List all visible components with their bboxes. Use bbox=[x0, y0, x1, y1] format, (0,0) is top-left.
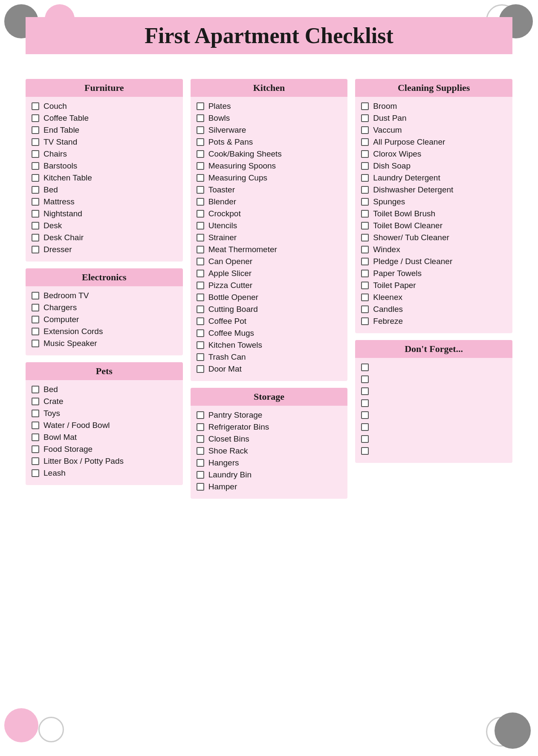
list-item[interactable] bbox=[361, 397, 506, 409]
list-item[interactable]: Music Speaker bbox=[32, 337, 177, 349]
checkbox[interactable] bbox=[197, 210, 204, 218]
list-item[interactable]: Toilet Bowl Cleaner bbox=[361, 220, 506, 232]
checkbox[interactable] bbox=[361, 411, 369, 419]
list-item[interactable] bbox=[361, 409, 506, 421]
checkbox[interactable] bbox=[197, 471, 204, 479]
list-item[interactable]: Door Mat bbox=[197, 363, 342, 375]
checkbox[interactable] bbox=[361, 126, 369, 134]
checkbox[interactable] bbox=[197, 305, 204, 313]
checkbox[interactable] bbox=[32, 126, 39, 134]
list-item[interactable]: Shower/ Tub Cleaner bbox=[361, 232, 506, 244]
list-item[interactable]: Barstools bbox=[32, 160, 177, 172]
checkbox[interactable] bbox=[32, 422, 39, 429]
checkbox[interactable] bbox=[32, 222, 39, 230]
list-item[interactable]: Meat Thermometer bbox=[197, 244, 342, 256]
checkbox[interactable] bbox=[197, 246, 204, 253]
list-item[interactable]: Bowls bbox=[197, 112, 342, 124]
list-item[interactable]: Desk Chair bbox=[32, 232, 177, 244]
checkbox[interactable] bbox=[197, 447, 204, 455]
checkbox[interactable] bbox=[32, 186, 39, 194]
list-item[interactable]: Dresser bbox=[32, 244, 177, 256]
list-item[interactable]: Strainer bbox=[197, 232, 342, 244]
list-item[interactable]: TV Stand bbox=[32, 136, 177, 148]
list-item[interactable]: Pizza Cutter bbox=[197, 279, 342, 291]
checkbox[interactable] bbox=[361, 198, 369, 206]
list-item[interactable]: Toilet Bowl Brush bbox=[361, 208, 506, 220]
checkbox[interactable] bbox=[197, 483, 204, 491]
checkbox[interactable] bbox=[361, 294, 369, 301]
checkbox[interactable] bbox=[32, 114, 39, 122]
list-item[interactable]: All Purpose Cleaner bbox=[361, 136, 506, 148]
checkbox[interactable] bbox=[361, 114, 369, 122]
list-item[interactable]: Bowl Mat bbox=[32, 431, 177, 443]
list-item[interactable]: Measuring Spoons bbox=[197, 160, 342, 172]
checkbox[interactable] bbox=[361, 363, 369, 371]
checkbox[interactable] bbox=[361, 305, 369, 313]
list-item[interactable]: Can Opener bbox=[197, 256, 342, 268]
list-item[interactable]: Chargers bbox=[32, 302, 177, 314]
list-item[interactable]: Kitchen Table bbox=[32, 172, 177, 184]
checkbox[interactable] bbox=[197, 150, 204, 158]
list-item[interactable]: End Table bbox=[32, 124, 177, 136]
checkbox[interactable] bbox=[361, 399, 369, 407]
checkbox[interactable] bbox=[361, 222, 369, 230]
checkbox[interactable] bbox=[32, 138, 39, 146]
checkbox[interactable] bbox=[32, 316, 39, 323]
checkbox[interactable] bbox=[32, 328, 39, 335]
checkbox[interactable] bbox=[32, 198, 39, 206]
list-item[interactable]: Closet Bins bbox=[197, 433, 342, 445]
list-item[interactable]: Desk bbox=[32, 220, 177, 232]
list-item[interactable]: Nightstand bbox=[32, 208, 177, 220]
list-item[interactable]: Laundry Detergent bbox=[361, 172, 506, 184]
list-item[interactable]: Spunges bbox=[361, 196, 506, 208]
list-item[interactable]: Water / Food Bowl bbox=[32, 419, 177, 431]
checkbox[interactable] bbox=[361, 282, 369, 289]
list-item[interactable]: Toilet Paper bbox=[361, 279, 506, 291]
checkbox[interactable] bbox=[197, 353, 204, 361]
checkbox[interactable] bbox=[197, 329, 204, 337]
list-item[interactable]: Bedroom TV bbox=[32, 290, 177, 302]
list-item[interactable]: Coffee Pot bbox=[197, 315, 342, 327]
list-item[interactable]: Broom bbox=[361, 100, 506, 112]
checkbox[interactable] bbox=[197, 198, 204, 206]
checkbox[interactable] bbox=[32, 210, 39, 218]
checkbox[interactable] bbox=[361, 234, 369, 241]
checkbox[interactable] bbox=[32, 234, 39, 241]
checkbox[interactable] bbox=[361, 423, 369, 431]
checkbox[interactable] bbox=[197, 435, 204, 443]
list-item[interactable]: Vaccum bbox=[361, 124, 506, 136]
checkbox[interactable] bbox=[197, 138, 204, 146]
list-item[interactable]: Plates bbox=[197, 100, 342, 112]
list-item[interactable] bbox=[361, 373, 506, 385]
checkbox[interactable] bbox=[197, 317, 204, 325]
list-item[interactable]: Couch bbox=[32, 100, 177, 112]
list-item[interactable]: Litter Box / Potty Pads bbox=[32, 455, 177, 467]
checkbox[interactable] bbox=[32, 433, 39, 441]
list-item[interactable]: Pots & Pans bbox=[197, 136, 342, 148]
checkbox[interactable] bbox=[197, 341, 204, 349]
list-item[interactable] bbox=[361, 361, 506, 373]
checkbox[interactable] bbox=[32, 386, 39, 393]
checkbox[interactable] bbox=[361, 246, 369, 253]
list-item[interactable]: Kleenex bbox=[361, 291, 506, 303]
list-item[interactable]: Clorox Wipes bbox=[361, 148, 506, 160]
list-item[interactable]: Leash bbox=[32, 467, 177, 479]
checkbox[interactable] bbox=[32, 174, 39, 182]
list-item[interactable]: Dish Soap bbox=[361, 160, 506, 172]
list-item[interactable]: Bed bbox=[32, 384, 177, 395]
checkbox[interactable] bbox=[197, 365, 204, 373]
list-item[interactable]: Crockpot bbox=[197, 208, 342, 220]
list-item[interactable]: Toys bbox=[32, 407, 177, 419]
checkbox[interactable] bbox=[32, 246, 39, 253]
checkbox[interactable] bbox=[361, 174, 369, 182]
list-item[interactable]: Cook/Baking Sheets bbox=[197, 148, 342, 160]
list-item[interactable]: Mattress bbox=[32, 196, 177, 208]
list-item[interactable]: Paper Towels bbox=[361, 268, 506, 279]
list-item[interactable]: Febreze bbox=[361, 315, 506, 327]
list-item[interactable]: Hamper bbox=[197, 481, 342, 493]
checkbox[interactable] bbox=[197, 423, 204, 431]
checkbox[interactable] bbox=[32, 469, 39, 477]
list-item[interactable]: Refrigerator Bins bbox=[197, 421, 342, 433]
list-item[interactable]: Blender bbox=[197, 196, 342, 208]
checkbox[interactable] bbox=[197, 258, 204, 265]
